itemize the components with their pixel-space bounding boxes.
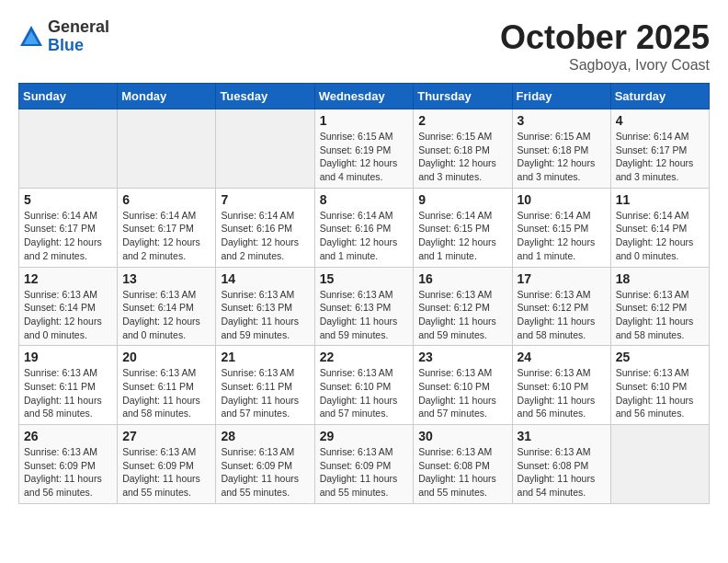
day-info: Sunrise: 6:13 AMSunset: 6:12 PMDaylight:… [616,288,704,342]
day-info: Sunrise: 6:14 AMSunset: 6:14 PMDaylight:… [616,209,704,263]
calendar-cell: 3Sunrise: 6:15 AMSunset: 6:18 PMDaylight… [512,109,610,189]
day-number: 15 [320,271,409,286]
header-day-tuesday: Tuesday [216,84,314,109]
calendar-cell [118,109,216,189]
calendar-week-1: 1Sunrise: 6:15 AMSunset: 6:19 PMDaylight… [19,109,710,189]
day-info: Sunrise: 6:13 AMSunset: 6:11 PMDaylight:… [221,366,309,420]
calendar-cell: 26Sunrise: 6:13 AMSunset: 6:09 PMDayligh… [19,425,118,504]
logo-blue-text: Blue [48,37,109,55]
day-info: Sunrise: 6:15 AMSunset: 6:18 PMDaylight:… [518,130,606,184]
calendar-cell: 21Sunrise: 6:13 AMSunset: 6:11 PMDayligh… [216,346,314,425]
calendar-cell: 28Sunrise: 6:13 AMSunset: 6:09 PMDayligh… [216,425,314,504]
header-day-sunday: Sunday [19,84,118,109]
day-info: Sunrise: 6:13 AMSunset: 6:13 PMDaylight:… [221,288,309,342]
calendar-cell: 5Sunrise: 6:14 AMSunset: 6:17 PMDaylight… [19,188,118,267]
calendar-cell: 14Sunrise: 6:13 AMSunset: 6:13 PMDayligh… [216,267,314,346]
calendar-cell: 10Sunrise: 6:14 AMSunset: 6:15 PMDayligh… [512,188,610,267]
calendar-cell: 22Sunrise: 6:13 AMSunset: 6:10 PMDayligh… [314,346,414,425]
logo-text: General Blue [48,18,109,55]
day-info: Sunrise: 6:13 AMSunset: 6:10 PMDaylight:… [518,366,606,420]
header-day-wednesday: Wednesday [314,84,414,109]
day-info: Sunrise: 6:13 AMSunset: 6:10 PMDaylight:… [418,366,506,420]
day-info: Sunrise: 6:13 AMSunset: 6:14 PMDaylight:… [24,288,112,342]
calendar-cell: 27Sunrise: 6:13 AMSunset: 6:09 PMDayligh… [118,425,216,504]
day-number: 21 [221,350,309,364]
day-number: 10 [518,192,606,207]
day-number: 22 [320,350,409,364]
calendar-cell: 11Sunrise: 6:14 AMSunset: 6:14 PMDayligh… [610,188,709,267]
day-number: 30 [418,429,506,443]
calendar-cell [19,109,118,189]
header-day-monday: Monday [118,84,216,109]
calendar-cell: 18Sunrise: 6:13 AMSunset: 6:12 PMDayligh… [610,267,709,346]
calendar-table: SundayMondayTuesdayWednesdayThursdayFrid… [18,83,710,504]
calendar-cell: 15Sunrise: 6:13 AMSunset: 6:13 PMDayligh… [314,267,414,346]
calendar-cell: 25Sunrise: 6:13 AMSunset: 6:10 PMDayligh… [610,346,709,425]
day-info: Sunrise: 6:13 AMSunset: 6:09 PMDaylight:… [221,445,309,500]
calendar-cell: 1Sunrise: 6:15 AMSunset: 6:19 PMDaylight… [314,109,414,189]
calendar-cell: 17Sunrise: 6:13 AMSunset: 6:12 PMDayligh… [512,267,610,346]
calendar-cell: 2Sunrise: 6:15 AMSunset: 6:18 PMDaylight… [414,109,512,189]
day-number: 5 [24,192,112,207]
day-info: Sunrise: 6:13 AMSunset: 6:09 PMDaylight:… [320,445,409,500]
calendar-cell: 19Sunrise: 6:13 AMSunset: 6:11 PMDayligh… [19,346,118,425]
day-number: 4 [616,113,704,128]
day-info: Sunrise: 6:13 AMSunset: 6:09 PMDaylight:… [122,445,210,500]
logo-icon [18,24,44,50]
day-number: 1 [320,113,409,128]
day-info: Sunrise: 6:14 AMSunset: 6:16 PMDaylight:… [320,209,409,263]
day-number: 27 [122,429,210,443]
calendar-week-5: 26Sunrise: 6:13 AMSunset: 6:09 PMDayligh… [19,425,710,504]
calendar-body: 1Sunrise: 6:15 AMSunset: 6:19 PMDaylight… [19,109,710,504]
day-number: 11 [616,192,704,207]
header-day-thursday: Thursday [414,84,512,109]
header-row: SundayMondayTuesdayWednesdayThursdayFrid… [19,84,710,109]
title-block: October 2025 Sagboya, Ivory Coast [500,18,710,74]
location-subtitle: Sagboya, Ivory Coast [500,57,710,74]
day-number: 2 [418,113,506,128]
day-number: 25 [616,350,704,364]
day-info: Sunrise: 6:13 AMSunset: 6:11 PMDaylight:… [24,366,112,420]
day-number: 16 [418,271,506,286]
calendar-week-4: 19Sunrise: 6:13 AMSunset: 6:11 PMDayligh… [19,346,710,425]
day-number: 7 [221,192,309,207]
day-info: Sunrise: 6:14 AMSunset: 6:17 PMDaylight:… [24,209,112,263]
day-info: Sunrise: 6:14 AMSunset: 6:15 PMDaylight:… [518,209,606,263]
calendar-cell: 29Sunrise: 6:13 AMSunset: 6:09 PMDayligh… [314,425,414,504]
day-number: 26 [24,429,112,443]
calendar-cell [610,425,709,504]
calendar-cell: 12Sunrise: 6:13 AMSunset: 6:14 PMDayligh… [19,267,118,346]
calendar-cell: 4Sunrise: 6:14 AMSunset: 6:17 PMDaylight… [610,109,709,189]
day-info: Sunrise: 6:13 AMSunset: 6:12 PMDaylight:… [518,288,606,342]
calendar-cell: 13Sunrise: 6:13 AMSunset: 6:14 PMDayligh… [118,267,216,346]
day-info: Sunrise: 6:13 AMSunset: 6:09 PMDaylight:… [24,445,112,500]
calendar-cell: 20Sunrise: 6:13 AMSunset: 6:11 PMDayligh… [118,346,216,425]
calendar-week-2: 5Sunrise: 6:14 AMSunset: 6:17 PMDaylight… [19,188,710,267]
day-info: Sunrise: 6:15 AMSunset: 6:19 PMDaylight:… [320,130,409,184]
day-info: Sunrise: 6:13 AMSunset: 6:10 PMDaylight:… [616,366,704,420]
day-info: Sunrise: 6:13 AMSunset: 6:14 PMDaylight:… [122,288,210,342]
day-info: Sunrise: 6:14 AMSunset: 6:17 PMDaylight:… [122,209,210,263]
day-number: 17 [518,271,606,286]
day-info: Sunrise: 6:13 AMSunset: 6:11 PMDaylight:… [122,366,210,420]
calendar-cell: 16Sunrise: 6:13 AMSunset: 6:12 PMDayligh… [414,267,512,346]
calendar-cell: 24Sunrise: 6:13 AMSunset: 6:10 PMDayligh… [512,346,610,425]
day-number: 13 [122,271,210,286]
day-number: 24 [518,350,606,364]
calendar-header: SundayMondayTuesdayWednesdayThursdayFrid… [19,84,710,109]
day-info: Sunrise: 6:13 AMSunset: 6:08 PMDaylight:… [518,445,606,500]
day-info: Sunrise: 6:13 AMSunset: 6:08 PMDaylight:… [418,445,506,500]
day-number: 28 [221,429,309,443]
day-info: Sunrise: 6:15 AMSunset: 6:18 PMDaylight:… [418,130,506,184]
calendar-week-3: 12Sunrise: 6:13 AMSunset: 6:14 PMDayligh… [19,267,710,346]
logo-general-text: General [48,18,109,37]
calendar-cell: 31Sunrise: 6:13 AMSunset: 6:08 PMDayligh… [512,425,610,504]
day-info: Sunrise: 6:13 AMSunset: 6:10 PMDaylight:… [320,366,409,420]
day-number: 20 [122,350,210,364]
day-number: 3 [518,113,606,128]
month-title: October 2025 [500,18,710,57]
day-number: 23 [418,350,506,364]
day-info: Sunrise: 6:13 AMSunset: 6:13 PMDaylight:… [320,288,409,342]
header-day-friday: Friday [512,84,610,109]
day-info: Sunrise: 6:13 AMSunset: 6:12 PMDaylight:… [418,288,506,342]
